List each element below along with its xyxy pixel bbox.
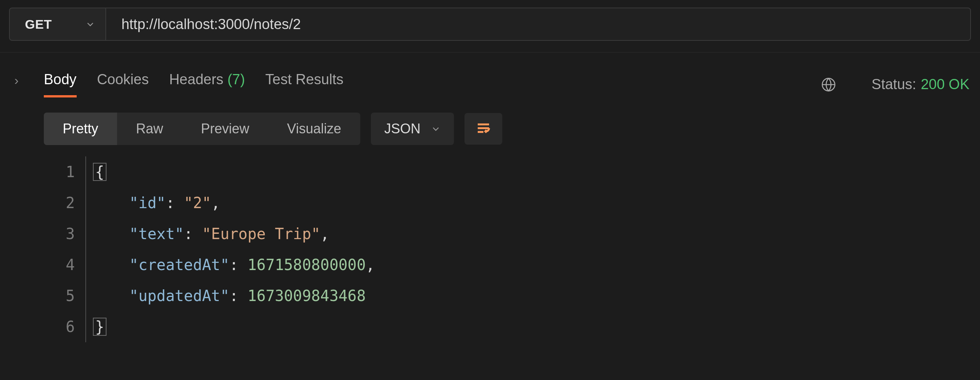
status-label: Status: <box>872 76 916 92</box>
view-preview[interactable]: Preview <box>182 113 268 145</box>
code-line: "id": "2", <box>93 188 375 218</box>
view-pretty[interactable]: Pretty <box>44 113 117 145</box>
format-dropdown[interactable]: JSON <box>371 113 454 145</box>
format-label: JSON <box>385 121 421 137</box>
tab-headers-count: (7) <box>228 72 245 87</box>
line-number: 2 <box>44 188 75 218</box>
globe-icon[interactable] <box>821 77 836 92</box>
status-value: 200 OK <box>921 76 969 92</box>
wrap-icon <box>475 121 492 136</box>
line-number: 4 <box>44 249 75 280</box>
code-line: { <box>93 156 375 188</box>
url-text: http://localhost:3000/notes/2 <box>121 16 301 32</box>
code-line: "updatedAt": 1673009843468 <box>93 280 375 311</box>
tab-body[interactable]: Body <box>44 72 77 97</box>
chevron-down-icon <box>86 20 95 29</box>
code-line: "createdAt": 1671580800000, <box>93 249 375 280</box>
tab-test-results[interactable]: Test Results <box>266 72 344 97</box>
tab-headers-label: Headers <box>169 72 224 87</box>
http-method-select[interactable]: GET <box>9 8 106 41</box>
line-number: 1 <box>44 156 75 188</box>
response-body-editor[interactable]: 123456 { "id": "2", "text": "Europe Trip… <box>44 156 969 342</box>
expand-response-toggle[interactable]: › <box>11 72 44 87</box>
line-number: 6 <box>44 311 75 342</box>
line-number: 3 <box>44 218 75 249</box>
line-number: 5 <box>44 280 75 311</box>
chevron-down-icon <box>431 124 440 134</box>
tab-headers[interactable]: Headers (7) <box>169 72 245 97</box>
code-line: "text": "Europe Trip", <box>93 218 375 249</box>
http-method-label: GET <box>25 17 52 32</box>
view-raw[interactable]: Raw <box>117 113 182 145</box>
url-input[interactable]: http://localhost:3000/notes/2 <box>106 8 971 41</box>
view-mode-segmented: Pretty Raw Preview Visualize <box>44 113 360 145</box>
wrap-lines-button[interactable] <box>465 113 502 145</box>
code-line: } <box>93 311 375 342</box>
view-visualize[interactable]: Visualize <box>268 113 360 145</box>
tab-cookies[interactable]: Cookies <box>97 72 149 97</box>
